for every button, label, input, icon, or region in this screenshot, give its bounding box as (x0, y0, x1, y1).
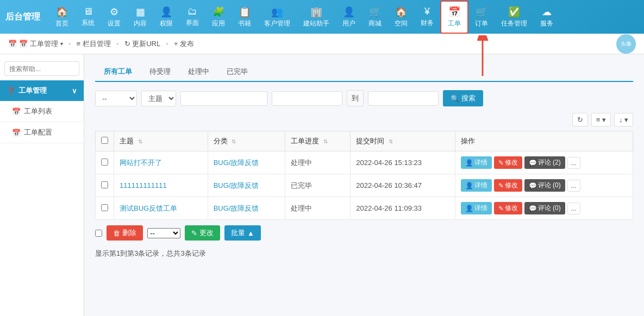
nav-item-界面[interactable]: 🗂界面 (179, 1, 205, 34)
nav-item-工单[interactable]: 📅工单 (440, 1, 468, 34)
tab-processing[interactable]: 处理中 (179, 62, 218, 82)
calendar-icon-list: 📅 (12, 108, 21, 116)
progress-0: 处理中 (291, 159, 312, 167)
main-layout: 🔍 ❓ 工单管理 ∨ 📅 工单列表 📅 工单配置 所有工单 待受理 处理中 已完… (0, 54, 644, 316)
more-btn-1[interactable]: ... (567, 180, 580, 192)
row-checkbox-2[interactable] (101, 204, 108, 211)
sidebar-item-workorder-list[interactable]: 📅 工单列表 (0, 101, 84, 122)
detail-btn-1[interactable]: 👤详情 (461, 179, 492, 192)
list-view-button[interactable]: ≡ ▾ (591, 113, 611, 127)
tab-pending[interactable]: 待受理 (141, 62, 179, 82)
nav-icon: 🗂 (187, 6, 197, 17)
table-row: 网站打不开了 BUG/故障反馈 处理中 2022-04-26 15:13:23 … (96, 151, 633, 174)
action-btns-0: 👤详情 ✎修改 💬评论 (2) ... (461, 156, 627, 169)
subject-link-0[interactable]: 网站打不开了 (120, 159, 162, 167)
bottom-select-all[interactable] (95, 230, 102, 237)
date-from-input[interactable] (272, 91, 342, 106)
breadcrumb-column-mgmt[interactable]: ≡ 栏目管理 (76, 39, 110, 49)
comment-btn-0[interactable]: 💬评论 (2) (524, 156, 565, 169)
nav-item-系统[interactable]: 🖥系统 (75, 1, 101, 34)
nav-item-应用[interactable]: 🧩应用 (205, 1, 232, 34)
category-1[interactable]: BUG/故障反馈 (214, 181, 259, 189)
detail-btn-2[interactable]: 👤详情 (461, 202, 492, 214)
more-btn-2[interactable]: ... (567, 203, 580, 214)
nav-item-任务管理[interactable]: ✅任务管理 (495, 1, 534, 34)
nav-item-财务[interactable]: ¥财务 (414, 1, 440, 34)
nav-item-用户[interactable]: 👤用户 (336, 1, 362, 34)
nav-item-权限[interactable]: 👤权限 (153, 1, 179, 34)
edit-btn-0[interactable]: ✎修改 (494, 156, 522, 169)
nav-item-商城[interactable]: 🛒商城 (362, 1, 388, 34)
tabs-bar: 所有工单 待受理 处理中 已完毕 (95, 62, 633, 82)
tab-all[interactable]: 所有工单 (95, 62, 141, 82)
nav-icon: 🏠 (395, 6, 407, 18)
comment-icon: 💬 (529, 159, 537, 167)
category-0[interactable]: BUG/故障反馈 (214, 159, 259, 167)
comment-icon: 💬 (529, 182, 537, 189)
table-row: 111111111111 BUG/故障反馈 已完毕 2022-04-26 10:… (96, 174, 633, 197)
row-checkbox-1[interactable] (101, 181, 108, 188)
batch-button[interactable]: 批量 ▲ (224, 225, 261, 241)
nav-icon: ✅ (508, 6, 520, 18)
sidebar-item-workorder-mgmt[interactable]: ❓ 工单管理 ∨ (0, 80, 84, 101)
nav-item-首页[interactable]: 🏠首页 (49, 1, 75, 34)
nav-item-订单[interactable]: 🛒订单 (468, 1, 495, 34)
refresh-button[interactable]: ↻ (572, 113, 588, 127)
status-filter[interactable]: -- 待受理 处理中 已完毕 (95, 91, 137, 106)
pencil-icon: ✎ (498, 182, 504, 189)
nav-item-书籍[interactable]: 📋书籍 (232, 1, 258, 34)
search-box: 🔍 (4, 61, 79, 76)
comment-btn-2[interactable]: 💬评论 (0) (524, 202, 565, 214)
batch-status-select[interactable]: -- 待受理 处理中 已完毕 (147, 228, 180, 238)
category-2[interactable]: BUG/故障反馈 (214, 204, 259, 212)
breadcrumb-workorder-mgmt[interactable]: 📅 📅 工单管理 ▾ (8, 39, 63, 49)
more-btn-0[interactable]: ... (567, 157, 580, 169)
edit-btn-1[interactable]: ✎修改 (494, 179, 522, 192)
nav-icon: ⚙ (110, 6, 118, 18)
type-filter[interactable]: 主题 分类 状态 (141, 91, 176, 106)
sort-icon-prog: ⇅ (323, 138, 328, 144)
edit-btn-2[interactable]: ✎修改 (494, 202, 522, 214)
nav-item-服务[interactable]: ☁服务 (534, 1, 560, 34)
breadcrumb-update-url[interactable]: ↻ 更新URL (124, 39, 161, 49)
nav-item-设置[interactable]: ⚙设置 (101, 1, 127, 34)
detail-btn-0[interactable]: 👤详情 (461, 156, 492, 169)
delete-button[interactable]: 🗑 删除 (107, 225, 143, 241)
chevron-up-icon: ▲ (247, 229, 254, 237)
date-to-input[interactable] (368, 91, 439, 106)
nav-item-空间[interactable]: 🏠空间 (388, 1, 414, 34)
nav-item-内容[interactable]: ▦内容 (127, 1, 153, 34)
nav-item-客户管理[interactable]: 👥客户管理 (258, 1, 297, 34)
submit-time-2: 2022-04-26 11:09:33 (351, 197, 455, 220)
nav-icon: 🛒 (369, 6, 381, 18)
comment-btn-1[interactable]: 💬评论 (0) (524, 179, 565, 192)
keyword-input[interactable] (180, 91, 267, 106)
comment-icon: 💬 (529, 205, 537, 212)
user-avatar[interactable]: 头像 (616, 34, 636, 54)
col-progress: 工单进度 ⇅ (285, 131, 350, 151)
select-all-checkbox[interactable] (101, 137, 108, 144)
subject-link-1[interactable]: 111111111111 (120, 181, 167, 189)
nav-icon: 🏠 (56, 6, 68, 18)
col-actions: 操作 (455, 131, 633, 151)
expand-icon: ∨ (72, 87, 77, 95)
nav-item-建站助手[interactable]: 🏢建站助手 (297, 1, 336, 34)
export-button[interactable]: ↓ ▾ (614, 113, 633, 127)
update-button[interactable]: ✎ 更改 (185, 225, 220, 241)
top-nav: 后台管理 🏠首页🖥系统⚙设置▦内容👤权限🗂界面🧩应用📋书籍👥客户管理🏢建站助手👤… (0, 0, 644, 34)
pencil-icon: ✎ (498, 205, 504, 212)
tab-done[interactable]: 已完毕 (218, 62, 257, 82)
calendar-icon: 📅 (8, 40, 17, 48)
col-subject: 主题 ⇅ (114, 131, 208, 151)
col-category: 分类 ⇅ (208, 131, 285, 151)
search-input[interactable] (5, 62, 79, 75)
sidebar: 🔍 ❓ 工单管理 ∨ 📅 工单列表 📅 工单配置 (0, 54, 84, 316)
user-icon: 👤 (465, 159, 473, 167)
search-button[interactable]: 🔍 搜索 (443, 90, 483, 106)
row-checkbox-0[interactable] (101, 159, 108, 166)
breadcrumb-publish[interactable]: + 发布 (174, 39, 194, 49)
submit-time-0: 2022-04-26 15:13:23 (351, 151, 455, 174)
col-time: 提交时间 ⇅ (351, 131, 455, 151)
sidebar-item-workorder-config[interactable]: 📅 工单配置 (0, 122, 84, 143)
subject-link-2[interactable]: 测试BUG反馈工单 (120, 204, 177, 212)
